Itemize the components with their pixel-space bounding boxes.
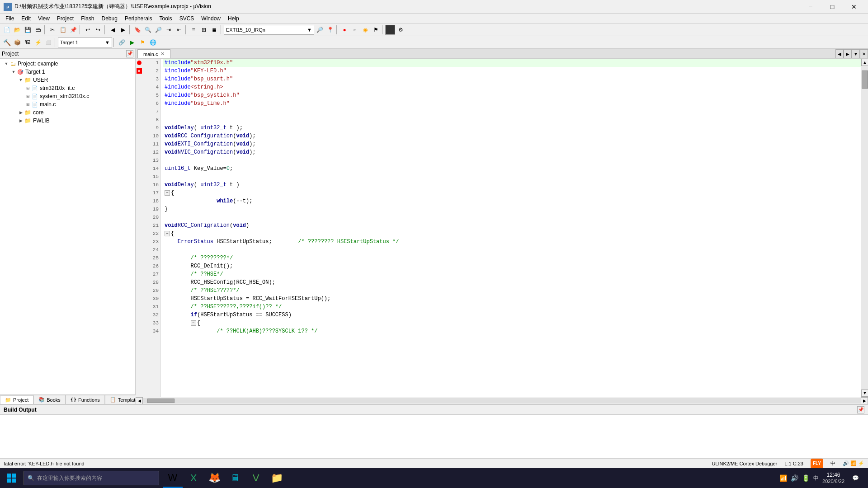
tree-fwlib-folder[interactable]: ▶ 📁 FWLIB: [1, 117, 134, 125]
maximize-button[interactable]: □: [822, 0, 843, 14]
status-error-text: fatal error: 'KEY-LED.h' file not found: [4, 461, 85, 466]
menu-help[interactable]: Help: [224, 14, 243, 23]
build-btn-2[interactable]: 📦: [12, 38, 22, 47]
code-text-area[interactable]: #include "stm32f10x.h" #include "KEY-LED…: [161, 59, 861, 397]
debug-run-button[interactable]: ●: [340, 25, 349, 35]
language-indicator[interactable]: 中: [813, 474, 819, 482]
copy-button[interactable]: 📋: [58, 25, 68, 35]
tab-close-all-button[interactable]: ✕: [860, 49, 868, 58]
tree-user-folder[interactable]: ▼ 📁 USER: [1, 76, 134, 84]
vscroll-track[interactable]: [861, 66, 868, 389]
search-button[interactable]: 🔍: [143, 25, 153, 35]
settings-button[interactable]: ⚙: [396, 25, 406, 35]
toolbar-extra-4[interactable]: 🌐: [148, 38, 158, 47]
build-output-pin[interactable]: 📌: [857, 406, 864, 413]
open-button[interactable]: 📂: [12, 25, 22, 35]
menu-svcs[interactable]: SVCS: [176, 14, 198, 23]
toolbar-extra-1[interactable]: 🔗: [117, 38, 127, 47]
toolbar-btn-7[interactable]: ⊞: [199, 25, 209, 35]
unindent-button[interactable]: ⇤: [174, 25, 184, 35]
tab-functions[interactable]: {} Functions: [66, 395, 105, 404]
build-btn-4[interactable]: ⚡: [33, 38, 43, 47]
hscroll-track[interactable]: [143, 398, 861, 404]
taskbar-app-5[interactable]: V: [246, 468, 266, 488]
taskbar-app-1[interactable]: W: [163, 468, 183, 488]
build-btn-5[interactable]: ⬜: [43, 38, 53, 47]
tab-list-button[interactable]: ▼: [852, 49, 860, 58]
cut-button[interactable]: ✂: [47, 25, 57, 35]
menu-view[interactable]: View: [34, 14, 53, 23]
fold-btn-33[interactable]: −: [191, 320, 196, 326]
build-btn-3[interactable]: 🏗: [23, 38, 33, 47]
paste-button[interactable]: 📌: [68, 25, 78, 35]
nav-fwd-button[interactable]: ▶: [118, 25, 128, 35]
vscroll-down-button[interactable]: ▼: [861, 389, 868, 397]
tab-project[interactable]: 📁 Project: [0, 395, 33, 404]
undo-button[interactable]: ↩: [83, 25, 93, 35]
bookmark-button[interactable]: 🔖: [132, 25, 142, 35]
menu-debug[interactable]: Debug: [98, 14, 121, 23]
fold-btn-17[interactable]: −: [165, 190, 170, 196]
panel-pin-button[interactable]: 📌: [126, 50, 133, 57]
taskbar-app-6[interactable]: 📁: [267, 468, 287, 488]
target-dropdown[interactable]: Target 1 ▼: [58, 38, 112, 47]
start-button[interactable]: [2, 468, 22, 488]
minimize-button[interactable]: −: [800, 0, 821, 14]
editor-tab-main-c[interactable]: main.c ✕: [137, 49, 170, 58]
tree-core-folder[interactable]: ▶ 📁 core: [1, 108, 134, 117]
vscroll-thumb[interactable]: [862, 70, 868, 89]
toolbar-btn-10[interactable]: 📍: [325, 25, 335, 35]
tab-nav-left[interactable]: ◀: [835, 49, 844, 58]
save-button[interactable]: 💾: [23, 25, 33, 35]
toolbar-btn-9[interactable]: 🔎: [315, 25, 325, 35]
close-button[interactable]: ✕: [844, 0, 864, 14]
debug-reset-button[interactable]: ◉: [360, 25, 370, 35]
fly-icon[interactable]: FLY: [811, 459, 823, 469]
notification-button[interactable]: 💬: [848, 468, 863, 488]
new-file-button[interactable]: 📄: [2, 25, 12, 35]
clock-display[interactable]: 12:46 2020/6/22: [822, 472, 844, 484]
indent-button[interactable]: ⇥: [164, 25, 174, 35]
taskbar-search[interactable]: 🔍 在这里输入你要搜索的内容: [24, 471, 159, 485]
nav-back-button[interactable]: ◀: [108, 25, 118, 35]
save-all-button[interactable]: 🗃: [33, 25, 43, 35]
menu-flash[interactable]: Flash: [77, 14, 98, 23]
menu-peripherals[interactable]: Peripherals: [121, 14, 156, 23]
tree-target-1[interactable]: ▼ 🎯 Target 1: [1, 68, 134, 76]
build-btn-1[interactable]: 🔨: [2, 38, 12, 47]
hscroll-right-button[interactable]: ▶: [861, 397, 868, 404]
toolbar-btn-8[interactable]: ≣: [209, 25, 219, 35]
tree-project-root[interactable]: ▼ 🗂 Project: example: [1, 60, 134, 68]
tab-books[interactable]: 📚 Books: [33, 395, 66, 404]
toolbar-btn-6[interactable]: ≡: [189, 25, 198, 35]
vertical-scrollbar[interactable]: ▲ ▼: [861, 59, 868, 397]
taskbar-app-4[interactable]: 🖥: [225, 468, 245, 488]
menu-file[interactable]: File: [2, 14, 18, 23]
tree-system-stm32[interactable]: ⊞ 📄 system_stm32f10x.c: [1, 92, 134, 100]
tab-nav-right[interactable]: ▶: [844, 49, 852, 58]
debug-stop-button[interactable]: ○: [350, 25, 360, 35]
menu-tools[interactable]: Tools: [156, 14, 176, 23]
function-dropdown[interactable]: EXTI15_10_IRQn ▼: [224, 25, 314, 35]
redo-button[interactable]: ↪: [93, 25, 103, 35]
view-btn[interactable]: [385, 25, 395, 35]
hscroll-thumb[interactable]: [147, 399, 175, 403]
toolbar-extra-2[interactable]: ▶: [127, 38, 137, 47]
tree-stm32-it[interactable]: ⊞ 📄 stm32f10x_it.c: [1, 84, 134, 92]
vscroll-up-button[interactable]: ▲: [861, 59, 868, 66]
menu-window[interactable]: Window: [198, 14, 224, 23]
hscroll-left-button[interactable]: ◀: [136, 397, 143, 404]
bp-1[interactable]: [136, 59, 143, 67]
tree-main-c[interactable]: ⊞ 📄 main.c: [1, 100, 134, 108]
fold-btn-22[interactable]: −: [165, 231, 170, 236]
toolbar-extra-3[interactable]: ⚑: [137, 38, 147, 47]
find-button[interactable]: 🔎: [153, 25, 163, 35]
taskbar-app-3[interactable]: 🦊: [204, 468, 224, 488]
taskbar-app-2[interactable]: X: [184, 468, 203, 488]
menu-edit[interactable]: Edit: [18, 14, 34, 23]
horizontal-scrollbar[interactable]: ◀ ▶: [136, 397, 868, 404]
debug-btn-4[interactable]: ⚑: [371, 25, 381, 35]
bp-2[interactable]: ✕: [136, 67, 143, 75]
menu-project[interactable]: Project: [53, 14, 77, 23]
tab-close-button[interactable]: ✕: [160, 51, 165, 57]
